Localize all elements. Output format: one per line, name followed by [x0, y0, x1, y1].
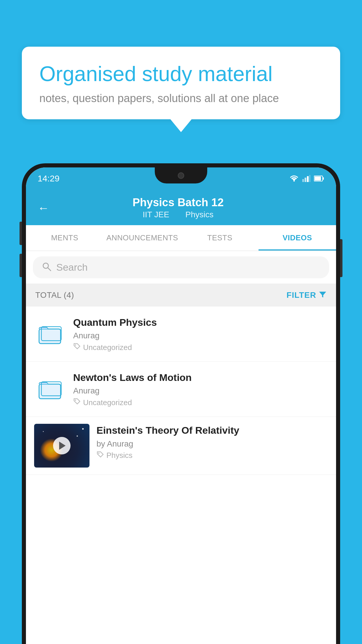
folder-icon — [38, 377, 62, 401]
tabs-bar: MENTS ANNOUNCEMENTS TESTS VIDEOS — [26, 225, 336, 251]
video-info: Newton's Laws of Motion Anurag Uncategor… — [73, 371, 328, 407]
tag-icon — [96, 451, 104, 460]
video-tag: Uncategorized — [73, 343, 328, 352]
filter-button[interactable]: FILTER — [287, 290, 327, 300]
folder-icon — [38, 322, 62, 346]
tab-tests[interactable]: TESTS — [181, 225, 259, 251]
video-thumbnail — [34, 424, 89, 468]
svg-point-18 — [98, 453, 99, 454]
volume-up-button — [20, 222, 22, 245]
status-icons — [289, 175, 324, 182]
list-item[interactable]: Quantum Physics Anurag Uncategorized — [26, 307, 336, 362]
list-item[interactable]: Newton's Laws of Motion Anurag Uncategor… — [26, 362, 336, 417]
video-info: Quantum Physics Anurag Uncategorized — [73, 316, 328, 352]
header-subtitle-sep — [176, 210, 181, 219]
power-button — [340, 239, 342, 277]
video-tag-text: Physics — [106, 451, 133, 460]
phone-frame: 14:29 — [22, 163, 340, 644]
video-tag: Uncategorized — [73, 398, 328, 407]
svg-rect-2 — [302, 179, 304, 182]
svg-point-1 — [294, 180, 295, 181]
notch — [155, 167, 207, 183]
header-title: Physics Batch 12 — [55, 196, 301, 209]
play-button[interactable] — [53, 437, 71, 454]
svg-rect-7 — [323, 177, 324, 180]
header-subtitle: IIT JEE Physics — [55, 210, 301, 219]
list-item[interactable]: Einstein's Theory Of Relativity by Anura… — [26, 417, 336, 475]
tab-announcements[interactable]: ANNOUNCEMENTS — [103, 225, 181, 251]
svg-point-14 — [75, 344, 76, 346]
svg-marker-11 — [319, 292, 326, 298]
tab-videos[interactable]: VIDEOS — [259, 225, 336, 251]
search-box[interactable]: Search — [33, 256, 329, 278]
signal-icon — [302, 175, 310, 182]
tag-icon — [73, 398, 81, 407]
svg-line-10 — [48, 268, 51, 271]
volume-down-button — [20, 254, 22, 277]
filter-icon — [319, 290, 327, 300]
svg-rect-3 — [305, 178, 306, 182]
tag-icon — [73, 343, 81, 352]
total-count: TOTAL (4) — [35, 290, 74, 300]
video-author: by Anurag — [96, 439, 328, 449]
folder-icon-wrap — [34, 376, 66, 402]
filter-label: FILTER — [287, 290, 316, 300]
play-triangle-icon — [59, 442, 66, 450]
video-title: Newton's Laws of Motion — [73, 371, 328, 384]
battery-icon — [314, 175, 324, 182]
header-subtitle-part2: Physics — [185, 210, 213, 219]
camera — [178, 172, 184, 179]
wifi-icon — [289, 175, 299, 182]
phone-screen: 14:29 — [26, 167, 336, 644]
video-tag-text: Uncategorized — [83, 343, 132, 352]
bubble-title: Organised study material — [39, 61, 323, 86]
video-title: Einstein's Theory Of Relativity — [96, 424, 328, 437]
bubble-subtitle: notes, question papers, solutions all at… — [39, 92, 323, 105]
video-author: Anurag — [73, 331, 328, 340]
search-placeholder: Search — [56, 262, 88, 273]
app-header: ← Physics Batch 12 IIT JEE Physics — [26, 189, 336, 225]
filter-bar: TOTAL (4) FILTER — [26, 284, 336, 307]
video-tag: Physics — [96, 451, 328, 460]
video-title: Quantum Physics — [73, 316, 328, 329]
svg-rect-15 — [39, 384, 61, 399]
svg-rect-8 — [314, 176, 321, 181]
search-container: Search — [26, 251, 336, 284]
folder-icon-wrap — [34, 321, 66, 347]
svg-point-17 — [75, 400, 76, 401]
status-bar: 14:29 — [26, 167, 336, 189]
header-subtitle-part1: IIT JEE — [143, 210, 169, 219]
search-icon — [42, 262, 52, 273]
speech-bubble: Organised study material notes, question… — [22, 47, 340, 119]
status-time: 14:29 — [38, 174, 59, 183]
svg-rect-12 — [39, 329, 61, 344]
video-tag-text: Uncategorized — [83, 398, 132, 407]
svg-rect-4 — [307, 176, 309, 182]
video-list: Quantum Physics Anurag Uncategorized — [26, 307, 336, 644]
video-info: Einstein's Theory Of Relativity by Anura… — [96, 424, 328, 460]
svg-rect-5 — [309, 175, 310, 182]
header-title-block: Physics Batch 12 IIT JEE Physics — [55, 196, 301, 219]
back-button[interactable]: ← — [38, 202, 49, 214]
video-author: Anurag — [73, 386, 328, 396]
tab-ments[interactable]: MENTS — [26, 225, 103, 251]
